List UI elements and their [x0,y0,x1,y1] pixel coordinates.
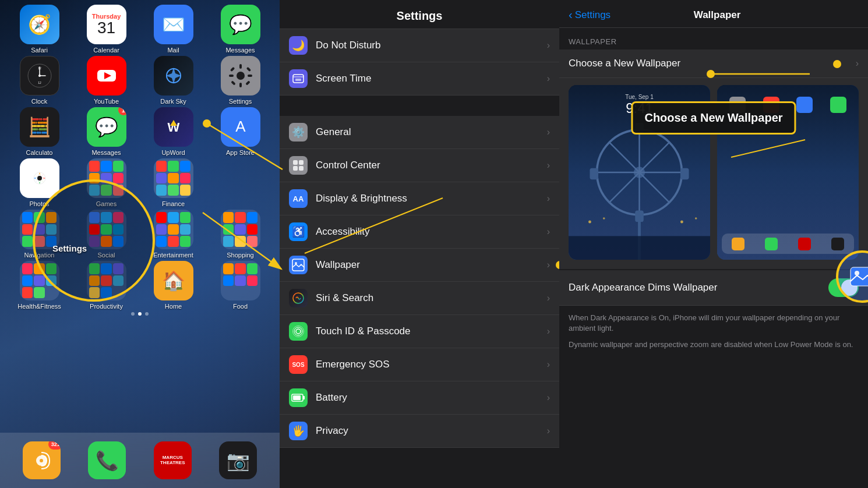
home-preview-dock [722,234,854,254]
battery-chevron: › [547,392,550,403]
settings-item-general[interactable]: ⚙️ General › [280,116,559,149]
app-calculator[interactable]: 🧮 Calculato [10,107,69,156]
app-navigation-folder[interactable]: Navigation [10,210,69,259]
settings-item-sos[interactable]: SOS Emergency SOS › [280,348,559,381]
settings-item-screen-time[interactable]: Screen Time › [280,62,559,96]
settings-panel-title: Settings [397,9,443,22]
podcast-icon: 321 [23,441,61,479]
app-darksky[interactable]: Dark Sky [144,56,203,105]
app-mail[interactable]: ✉️ Mail [144,5,203,54]
privacy-chevron: › [547,426,550,436]
camera-icon: 📷 [219,441,257,479]
privacy-label: Privacy [316,425,547,437]
app-youtube[interactable]: YouTube [77,56,136,105]
app-row-6: Health&Fitness Productivity [6,261,274,310]
home-app-label: Home [165,303,182,310]
sos-chevron: › [547,359,550,370]
wallpaper-panel-title: Wallpaper [611,9,824,21]
entertainment-folder-label: Entertainment [153,252,193,259]
app-safari[interactable]: 🧭 Safari [10,5,69,54]
svg-point-37 [294,327,302,335]
dark-appearance-label: Dark Appearance Dims Wallpaper [569,282,828,293]
dock-podcast[interactable]: 321 [18,441,65,479]
mail-label: Mail [167,47,179,54]
description-2: Dynamic wallpaper and perspective zoom a… [569,340,859,350]
app-upword[interactable]: W UpWord [144,107,203,156]
app-messages[interactable]: 💬 Messages [211,5,270,54]
choose-new-wallpaper-row[interactable]: Choose a New Wallpaper › [559,49,868,78]
app-messages2[interactable]: 💬 1 Messages [77,107,136,156]
dock-camera[interactable]: 📷 [215,441,262,479]
app-clock[interactable]: 12 12 Clock [10,56,69,105]
callout-box: Choose a New Wallpaper [631,101,796,135]
settings-item-do-not-disturb[interactable]: 🌙 Do Not Disturb › [280,29,559,62]
dark-appearance-toggle[interactable] [828,278,859,297]
nav-back-button[interactable]: ‹ Settings [569,8,611,22]
app-settings[interactable]: Settings [211,56,270,105]
app-row-4: Photos Games [6,158,274,207]
accessibility-chevron: › [547,227,550,237]
choose-new-wrapper: Choose a New Wallpaper › [559,49,868,78]
clock-icon: 12 12 [20,56,59,96]
settings-item-wallpaper[interactable]: Wallpaper › [280,249,559,282]
darksky-label: Dark Sky [160,98,186,105]
app-row-1: 🧭 Safari Thursday 31 Calendar ✉️ Mail 💬 [6,5,274,54]
messages-label: Messages [225,47,255,54]
settings-header: Settings [280,0,559,29]
food-folder-label: Food [233,303,248,310]
app-food-folder[interactable]: Food [211,261,270,310]
screen-time-chevron: › [547,73,550,84]
app-entertainment-folder[interactable]: Entertainment [144,210,203,259]
app-shopping-folder[interactable]: Shopping [211,210,270,259]
svg-point-59 [603,217,605,220]
app-home[interactable]: 🏠 Home [144,261,203,310]
settings-item-siri[interactable]: Siri & Search › [280,282,559,315]
app-row-5: Navigation Social [6,210,274,259]
upword-label: UpWord [161,149,185,156]
calculator-icon: 🧮 [20,107,59,147]
general-label: General [316,126,547,138]
settings-item-control-center[interactable]: Control Center › [280,149,559,182]
appstore-label: App Store [226,149,255,156]
productivity-folder-icon [87,261,126,300]
darksky-icon [154,56,193,96]
settings-item-privacy[interactable]: 🖐 Privacy › [280,415,559,448]
app-social-folder[interactable]: Social [77,210,136,259]
do-not-disturb-label: Do Not Disturb [316,40,547,51]
social-folder-label: Social [98,252,115,259]
photos-icon [20,158,59,198]
finance-folder-label: Finance [162,200,185,207]
dock-phone[interactable]: 📞 [84,441,130,479]
finance-folder-icon [154,158,193,198]
settings-item-accessibility[interactable]: ♿ Accessibility › [280,215,559,249]
app-appstore[interactable]: A App Store [211,107,270,156]
wallpaper-content: WALLPAPER Choose a New Wallpaper › [559,28,868,488]
dock: 321 📞 MARCUSTHEATRES 📷 [0,433,280,488]
upword-icon: W [154,107,193,147]
settings-item-display[interactable]: AA Display & Brightness › [280,182,559,215]
svg-rect-54 [590,168,598,179]
photos-label: Photos [29,200,49,207]
messages-badge: 1 [118,107,126,115]
mail-icon: ✉️ [154,5,193,44]
control-center-chevron: › [547,160,550,171]
youtube-icon [87,56,126,96]
app-calendar[interactable]: Thursday 31 Calendar [77,5,136,54]
touch-id-label: Touch ID & Passcode [316,326,547,337]
app-photos[interactable]: Photos [10,158,69,207]
settings-item-touch-id[interactable]: Touch ID & Passcode › [280,315,559,348]
app-productivity-folder[interactable]: Productivity [77,261,136,310]
page-dots [6,312,274,316]
settings-item-battery[interactable]: Battery › [280,381,559,415]
svg-point-25 [40,459,43,462]
app-games-folder[interactable]: Games [77,158,136,207]
svg-rect-11 [239,64,242,69]
entertainment-folder-icon [154,210,193,249]
food-folder-icon [221,261,260,300]
app-healthfitness-folder[interactable]: Health&Fitness [10,261,69,310]
app-finance-folder[interactable]: Finance [144,158,203,207]
page-dot-1 [131,312,135,316]
siri-chevron: › [547,293,550,303]
navigation-folder-icon [20,210,59,249]
dock-marcustheatres[interactable]: MARCUSTHEATRES [149,441,196,479]
